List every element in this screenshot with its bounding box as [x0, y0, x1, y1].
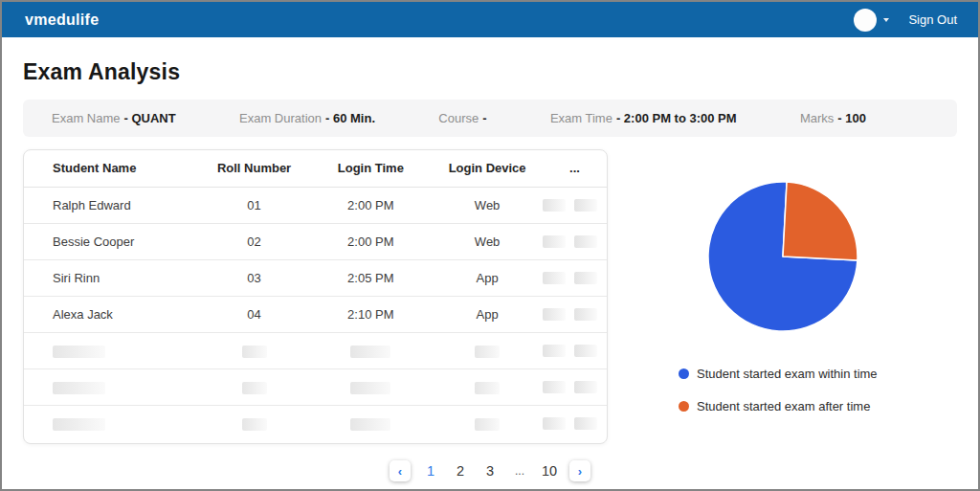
info-value: - 60 Min. — [325, 111, 375, 125]
cell-login-time — [309, 368, 432, 405]
legend-label: Student started exam within time — [697, 367, 878, 381]
placeholder-block — [475, 418, 500, 431]
pagination: ‹123...10› — [23, 460, 957, 481]
info-label: Exam Name — [52, 111, 121, 125]
placeholder-block — [350, 418, 390, 431]
cell-login-time: 2:00 PM — [309, 187, 432, 223]
action-button-placeholder[interactable] — [574, 199, 597, 212]
table-row: Siri Rinn032:05 PMApp — [24, 259, 607, 296]
info-value: - 2:00 PM to 3:00 PM — [616, 111, 737, 125]
row-actions — [543, 199, 607, 212]
legend-item: Student started exam after time — [679, 399, 878, 413]
pagination-ellipsis: ... — [510, 464, 529, 478]
table-row — [24, 368, 607, 405]
action-button-placeholder[interactable] — [543, 272, 566, 284]
cell-student-name: Alexa Jack — [24, 296, 199, 332]
placeholder-block — [242, 382, 267, 394]
chevron-down-icon[interactable] — [883, 18, 889, 22]
action-button-placeholder — [574, 417, 597, 430]
pagination-page-10[interactable]: 10 — [540, 463, 559, 479]
cell-actions — [543, 368, 607, 405]
action-button-placeholder — [543, 345, 566, 357]
info-label: Marks — [800, 111, 834, 125]
cell-student-name — [24, 405, 199, 441]
cell-actions — [543, 332, 607, 368]
pagination-page-1[interactable]: 1 — [421, 463, 440, 479]
action-button-placeholder[interactable] — [574, 308, 597, 321]
cell-actions — [543, 296, 607, 332]
pagination-page-3[interactable]: 3 — [480, 463, 500, 479]
column-header-actions: ... — [543, 150, 607, 187]
table-row — [24, 405, 607, 441]
cell-login-time: 2:10 PM — [309, 296, 432, 332]
info-value: - QUANT — [124, 111, 176, 125]
placeholder-block — [242, 346, 267, 358]
action-button-placeholder[interactable] — [574, 235, 597, 248]
info-label: Course — [438, 111, 479, 125]
cell-login-time: 2:05 PM — [309, 259, 432, 296]
cell-roll-number: 03 — [199, 259, 310, 296]
table-row: Ralph Edward012:00 PMWeb — [24, 187, 607, 223]
legend-color-dot — [679, 368, 689, 379]
cell-student-name: Bessie Cooper — [24, 223, 199, 259]
action-button-placeholder — [574, 345, 597, 357]
avatar[interactable] — [854, 9, 877, 32]
action-button-placeholder[interactable] — [543, 235, 566, 248]
pie-slice-1 — [783, 182, 858, 260]
exam-info-item: Marks- 100 — [800, 111, 866, 125]
cell-roll-number — [199, 405, 310, 441]
table-row: Bessie Cooper022:00 PMWeb — [24, 223, 607, 259]
action-button-placeholder[interactable] — [574, 272, 597, 284]
sign-out-button[interactable]: Sign Out — [908, 12, 957, 27]
user-menu[interactable] — [854, 9, 889, 32]
exam-info-item: Exam Time- 2:00 PM to 3:00 PM — [550, 111, 737, 125]
column-header-login-device: Login Device — [432, 150, 543, 187]
legend-color-dot — [679, 401, 689, 412]
main-content: Exam Analysis Exam Name- QUANTExam Durat… — [2, 59, 978, 481]
cell-actions — [543, 223, 607, 259]
pagination-prev-button[interactable]: ‹ — [390, 460, 411, 481]
cell-login-device: App — [432, 296, 543, 332]
action-button-placeholder[interactable] — [543, 199, 566, 212]
placeholder-block — [350, 382, 390, 394]
action-button-placeholder — [543, 417, 566, 430]
pagination-page-2[interactable]: 2 — [451, 463, 470, 479]
exam-chart-area: Student started exam within timeStudent … — [608, 149, 957, 444]
cell-actions — [543, 187, 607, 223]
pie-chart — [705, 179, 860, 338]
placeholder-block — [53, 418, 105, 431]
cell-login-device: Web — [432, 187, 543, 223]
students-table: Student Name Roll Number Login Time Logi… — [24, 150, 607, 441]
cell-student-name — [24, 332, 199, 368]
cell-login-device: App — [432, 259, 543, 296]
cell-actions — [543, 405, 607, 441]
page-title: Exam Analysis — [23, 59, 957, 85]
action-button-placeholder[interactable] — [543, 308, 566, 321]
cell-roll-number: 02 — [199, 223, 310, 259]
exam-info-bar: Exam Name- QUANTExam Duration- 60 Min.Co… — [23, 100, 957, 137]
action-button-placeholder — [574, 381, 597, 393]
chart-legend: Student started exam within timeStudent … — [679, 367, 878, 413]
cell-student-name: Ralph Edward — [24, 187, 199, 223]
info-value: - — [482, 111, 486, 125]
action-button-placeholder — [543, 381, 566, 393]
placeholder-block — [350, 346, 390, 358]
exam-info-item: Course- — [438, 111, 486, 125]
cell-student-name — [24, 368, 199, 405]
legend-label: Student started exam after time — [697, 399, 870, 413]
pie-chart-svg — [705, 179, 860, 334]
column-header-login-time: Login Time — [309, 150, 432, 187]
cell-login-device — [432, 332, 543, 368]
placeholder-block — [242, 418, 267, 431]
navbar-right: Sign Out — [854, 9, 957, 32]
legend-item: Student started exam within time — [679, 367, 878, 381]
cell-roll-number — [199, 368, 310, 405]
cell-student-name: Siri Rinn — [24, 259, 199, 296]
info-label: Exam Time — [550, 111, 612, 125]
cell-login-device — [432, 405, 543, 441]
row-actions — [543, 308, 607, 321]
top-navbar: vmedulife Sign Out — [2, 2, 978, 37]
pagination-next-button[interactable]: › — [569, 460, 590, 481]
cell-login-time — [309, 405, 432, 441]
brand-logo[interactable]: vmedulife — [25, 11, 99, 29]
